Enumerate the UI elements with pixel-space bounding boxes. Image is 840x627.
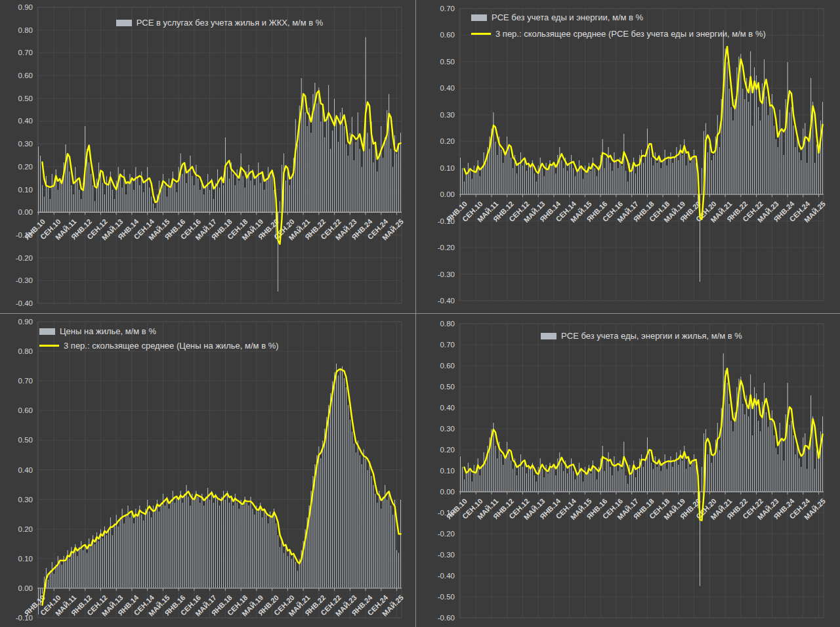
svg-text:0.20: 0.20: [18, 163, 33, 171]
legend-label: 3 пер.: скользящее среднее (PCE без учет…: [495, 30, 766, 38]
svg-text:0.50: 0.50: [440, 383, 455, 391]
legend-item[interactable]: 3 пер.: скользящее среднее (PCE без учет…: [471, 30, 766, 38]
y-axis-labels: 0.900.800.700.600.500.400.300.200.100.00…: [16, 3, 33, 307]
line-swatch-icon: [471, 33, 491, 35]
legend-item[interactable]: PCE без учета еды, энергии и жилья, м/м …: [541, 332, 742, 340]
x-axis-labels: ЯНВ.10СЕН.10МАЙ.11ЯНВ.12СЕН.12МАЙ.13ЯНВ.…: [23, 593, 405, 618]
bar-swatch-icon: [39, 328, 55, 335]
x-axis-labels: ЯНВ.10СЕН.10МАЙ.11ЯНВ.12СЕН.12МАЙ.13ЯНВ.…: [23, 217, 405, 242]
svg-text:0.70: 0.70: [18, 377, 33, 385]
x-axis: [459, 194, 824, 197]
y-axis-labels: 0.800.700.600.500.400.300.200.100.00-0.1…: [438, 320, 455, 622]
chart-panel-top-right[interactable]: 0.700.600.500.400.300.200.100.00-0.10-0.…: [438, 5, 827, 305]
bar-swatch-icon: [116, 20, 132, 26]
y-axis-labels: 0.900.800.700.600.500.400.300.200.100.00…: [16, 318, 33, 622]
legend-label: Цены на жилье, м/м в %: [60, 327, 156, 335]
svg-text:0.50: 0.50: [18, 95, 33, 102]
y-axis-labels: 0.700.600.500.400.300.200.100.00-0.10-0.…: [438, 5, 455, 305]
bar-series: [459, 353, 823, 586]
svg-text:0.40: 0.40: [18, 466, 33, 474]
svg-text:-0.20: -0.20: [438, 530, 455, 538]
legend-item[interactable]: PCE в услугах без учета жилья и ЖКХ, м/м…: [116, 18, 324, 27]
legend-label: PCE в услугах без учета жилья и ЖКХ, м/м…: [136, 18, 324, 27]
line-swatch-icon: [39, 345, 59, 347]
x-axis-labels: ЯНВ.10СЕН.10МАЙ.11ЯНВ.12СЕН.12МАЙ.13ЯНВ.…: [445, 496, 827, 521]
panel-divider-horizontal: [0, 313, 840, 314]
svg-text:-0.30: -0.30: [16, 276, 33, 284]
svg-text:0.40: 0.40: [440, 404, 455, 412]
legend-label: PCE без учета еды и энергии, м/м в %: [492, 13, 643, 22]
svg-text:0.20: 0.20: [440, 446, 455, 454]
svg-text:-0.20: -0.20: [16, 254, 33, 262]
svg-text:0.70: 0.70: [440, 341, 455, 349]
svg-text:0.50: 0.50: [440, 58, 455, 66]
legend-core-ex-housing: PCE без учета еды, энергии и жилья, м/м …: [459, 332, 824, 340]
svg-text:0.10: 0.10: [18, 186, 33, 194]
svg-text:0.50: 0.50: [18, 436, 33, 444]
svg-text:0.60: 0.60: [440, 31, 455, 39]
svg-text:0.70: 0.70: [440, 5, 455, 12]
svg-text:0.80: 0.80: [18, 347, 33, 355]
svg-text:0.10: 0.10: [440, 467, 455, 475]
svg-text:0.90: 0.90: [18, 3, 33, 11]
svg-text:0.40: 0.40: [18, 117, 33, 125]
svg-text:0.30: 0.30: [18, 140, 33, 148]
bar-series: [37, 363, 401, 615]
svg-text:0.80: 0.80: [18, 26, 33, 34]
svg-text:-0.30: -0.30: [438, 270, 455, 278]
legend-item[interactable]: 3 пер.: скользящее среднее (Цены на жиль…: [39, 341, 279, 350]
legend-item[interactable]: Цены на жилье, м/м в %: [39, 327, 156, 335]
svg-text:0.00: 0.00: [440, 488, 455, 496]
svg-text:0.60: 0.60: [18, 72, 33, 79]
svg-text:-0.40: -0.40: [438, 297, 455, 305]
legend-housing: Цены на жилье, м/м в % 3 пер.: скользяще…: [39, 327, 279, 350]
svg-text:0.70: 0.70: [18, 49, 33, 56]
legend-label: 3 пер.: скользящее среднее (Цены на жиль…: [64, 341, 279, 350]
svg-text:0.30: 0.30: [440, 111, 455, 119]
svg-text:-0.50: -0.50: [438, 593, 455, 601]
legend-label: PCE без учета еды, энергии и жилья, м/м …: [561, 332, 742, 340]
svg-text:0.30: 0.30: [440, 425, 455, 433]
svg-text:0.00: 0.00: [18, 584, 33, 592]
svg-text:0.00: 0.00: [440, 190, 455, 198]
legend-item[interactable]: PCE без учета еды и энергии, м/м в %: [471, 13, 643, 22]
svg-text:0.30: 0.30: [18, 496, 33, 504]
legend-core-pce: PCE без учета еды и энергии, м/м в % 3 п…: [471, 13, 766, 38]
bar-swatch-icon: [471, 14, 487, 21]
svg-text:0.60: 0.60: [18, 406, 33, 414]
svg-text:-0.30: -0.30: [438, 551, 455, 559]
svg-text:-0.20: -0.20: [438, 244, 455, 251]
bar-swatch-icon: [541, 333, 556, 339]
svg-text:0.20: 0.20: [18, 525, 33, 533]
x-axis: [459, 492, 824, 494]
svg-text:0.40: 0.40: [440, 84, 455, 92]
pce-inflation-dashboard: 0.900.800.700.600.500.400.300.200.100.00…: [0, 0, 840, 627]
x-axis-labels: ЯНВ.10СЕН.10МАЙ.11ЯНВ.12СЕН.12МАЙ.13ЯНВ.…: [445, 199, 827, 224]
legend-services-ex-housing: PCE в услугах без учета жилья и ЖКХ, м/м…: [37, 18, 402, 27]
chart-panel-bottom-right[interactable]: 0.800.700.600.500.400.300.200.100.00-0.1…: [438, 320, 827, 622]
svg-text:0.60: 0.60: [440, 362, 455, 370]
x-axis: [37, 588, 402, 591]
svg-text:0.80: 0.80: [440, 320, 455, 328]
svg-text:-0.40: -0.40: [16, 299, 33, 307]
chart-panel-top-left[interactable]: 0.900.800.700.600.500.400.300.200.100.00…: [16, 3, 405, 307]
svg-text:0.20: 0.20: [440, 137, 455, 145]
svg-text:0.10: 0.10: [18, 555, 33, 563]
chart-panel-bottom-left[interactable]: 0.900.800.700.600.500.400.300.200.100.00…: [16, 318, 405, 622]
svg-text:0.10: 0.10: [440, 164, 455, 172]
x-axis: [37, 212, 402, 215]
svg-text:0.00: 0.00: [18, 208, 33, 216]
svg-text:-0.60: -0.60: [438, 614, 455, 622]
svg-text:-0.40: -0.40: [438, 572, 455, 580]
svg-text:0.90: 0.90: [18, 318, 33, 326]
